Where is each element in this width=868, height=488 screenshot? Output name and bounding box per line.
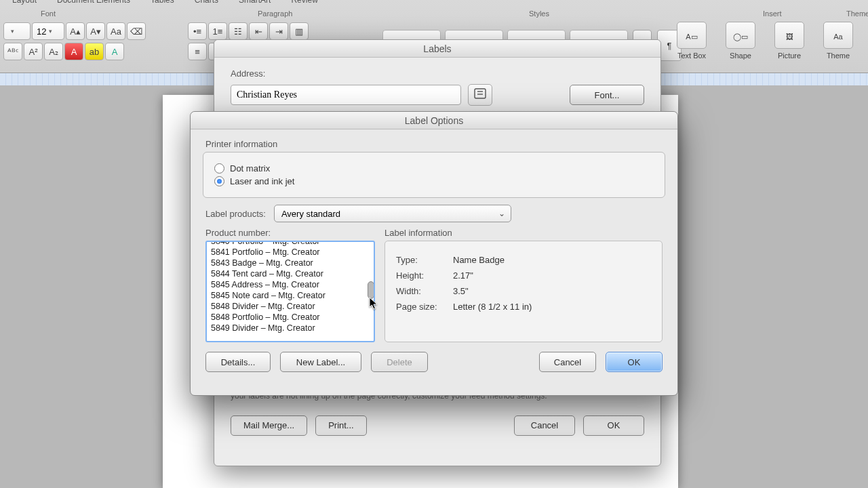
tab-review[interactable]: Review	[281, 0, 327, 7]
printer-info-label: Printer information	[191, 129, 677, 149]
address-label: Address:	[231, 68, 644, 79]
details-button[interactable]: Details...	[205, 352, 271, 372]
labels-dialog-title: Labels	[214, 40, 660, 58]
picture-icon: 🖼	[786, 33, 793, 41]
list-item[interactable]: 5845 Address – Mtg. Creator	[207, 279, 374, 290]
label-products-value: Avery standard	[281, 209, 340, 219]
group-font-label: Font	[41, 9, 56, 18]
tab-tables[interactable]: Tables	[141, 0, 184, 7]
numbering-icon: 1≡	[213, 26, 223, 37]
radio-icon	[214, 163, 224, 174]
decrease-indent-button[interactable]: ⇤	[249, 22, 268, 40]
laser-label: Laser and ink jet	[230, 176, 294, 186]
multilevel-icon: ☷	[234, 26, 242, 37]
address-book-icon	[473, 87, 487, 102]
labels-cancel-button[interactable]: Cancel	[514, 415, 575, 436]
bullets-button[interactable]: •≡	[188, 22, 207, 40]
textbox-icon: A▭	[686, 33, 697, 41]
outdent-icon: ⇤	[255, 26, 262, 37]
superscript-button[interactable]: A²	[24, 43, 43, 60]
numbering-button[interactable]: 1≡	[208, 22, 227, 40]
list-item[interactable]: 5848 Divider – Mtg. Creator	[207, 301, 374, 312]
options-ok-button[interactable]: OK	[606, 352, 663, 372]
page-key: Page size:	[396, 302, 453, 312]
font-size-combo[interactable]: 12▾	[32, 22, 64, 40]
product-number-list[interactable]: 5840 Portfolio – Mtg. Creator 5841 Portf…	[205, 241, 375, 342]
group-insert-label: Insert	[763, 9, 782, 18]
address-input[interactable]	[231, 85, 461, 105]
list-item[interactable]: 5841 Portfolio – Mtg. Creator	[207, 247, 374, 258]
tab-layout[interactable]: Layout	[3, 0, 46, 7]
label-options-dialog: Label Options Printer information Dot ma…	[190, 111, 678, 396]
change-case-button[interactable]: Aa	[106, 22, 125, 40]
insert-textbox-label: Text Box	[677, 52, 706, 60]
clear-format-button[interactable]: ⌫	[127, 22, 146, 40]
label-info-box: Type:Name Badge Height:2.17" Width:3.5" …	[384, 241, 663, 342]
label-info-label: Label information	[384, 228, 663, 238]
themes-button[interactable]: Aa Theme	[818, 22, 859, 60]
labels-ok-button[interactable]: OK	[583, 415, 644, 436]
insert-shape-label: Shape	[730, 52, 751, 60]
insert-textbox[interactable]: A▭ Text Box	[671, 22, 712, 60]
radio-laser[interactable]: Laser and ink jet	[214, 176, 654, 186]
list-item[interactable]: 5840 Portfolio – Mtg. Creator	[207, 241, 374, 247]
type-value: Name Badge	[453, 255, 505, 265]
product-number-label: Product number:	[205, 228, 375, 238]
mouse-cursor	[369, 297, 378, 310]
height-value: 2.17"	[453, 270, 473, 281]
themes-icon: Aa	[833, 33, 842, 41]
address-book-button[interactable]	[468, 84, 492, 106]
print-button[interactable]: Print...	[315, 415, 367, 436]
font-name-combo[interactable]: ▾	[3, 22, 31, 40]
grow-font-button[interactable]: A▴	[66, 22, 85, 40]
tab-smartart[interactable]: SmartArt	[229, 0, 280, 7]
tab-doc-elements[interactable]: Document Elements	[47, 0, 140, 7]
text-effects-button[interactable]: A	[105, 43, 124, 60]
columns-button[interactable]: ▥	[290, 22, 309, 40]
group-styles-label: Styles	[529, 9, 549, 18]
list-item[interactable]: 5844 Tent card – Mtg. Creator	[207, 268, 374, 279]
new-label-button[interactable]: New Label...	[280, 352, 361, 372]
label-options-title: Label Options	[191, 112, 677, 129]
insert-picture-label: Picture	[778, 52, 801, 60]
columns-icon: ▥	[295, 26, 303, 37]
indent-icon: ⇥	[275, 26, 283, 37]
radio-dot-matrix[interactable]: Dot matrix	[214, 163, 654, 174]
width-key: Width:	[396, 286, 453, 296]
dot-matrix-label: Dot matrix	[230, 163, 270, 174]
label-products-select[interactable]: Avery standard	[274, 205, 511, 222]
insert-shape[interactable]: ◯▭ Shape	[720, 22, 761, 60]
align-left-button[interactable]: ≡	[188, 43, 207, 60]
subscript-button[interactable]: A₂	[44, 43, 63, 60]
height-key: Height:	[396, 270, 453, 281]
small-caps-button[interactable]: ᴬᴮᶜ	[3, 43, 22, 60]
increase-indent-button[interactable]: ⇥	[269, 22, 288, 40]
delete-button: Delete	[371, 352, 428, 372]
font-button[interactable]: Font...	[570, 85, 644, 105]
shrink-font-button[interactable]: A▾	[86, 22, 105, 40]
tab-charts[interactable]: Charts	[185, 0, 228, 7]
group-paragraph-label: Paragraph	[258, 9, 292, 18]
highlight-button[interactable]: ab	[85, 43, 104, 60]
group-themes-label: Theme	[846, 9, 868, 18]
width-value: 3.5"	[453, 286, 469, 296]
list-item[interactable]: 5845 Note card – Mtg. Creator	[207, 290, 374, 301]
align-left-icon: ≡	[195, 47, 200, 57]
mail-merge-button[interactable]: Mail Merge...	[231, 415, 307, 436]
type-key: Type:	[396, 255, 453, 265]
page-value: Letter (8 1/2 x 11 in)	[453, 302, 532, 312]
bullets-icon: •≡	[193, 26, 201, 37]
list-item[interactable]: 5848 Portfolio – Mtg. Creator	[207, 312, 374, 323]
themes-label: Theme	[827, 52, 850, 60]
list-item[interactable]: 5843 Badge – Mtg. Creator	[207, 258, 374, 268]
options-cancel-button[interactable]: Cancel	[539, 352, 596, 372]
list-item[interactable]: 5849 Divider – Mtg. Creator	[207, 323, 374, 333]
radio-checked-icon	[214, 176, 224, 186]
multilevel-button[interactable]: ☷	[229, 22, 248, 40]
insert-picture[interactable]: 🖼 Picture	[769, 22, 810, 60]
label-products-label: Label products:	[205, 209, 266, 219]
font-color-button[interactable]: A	[64, 43, 83, 60]
svg-rect-0	[475, 89, 486, 98]
eraser-icon: ⌫	[130, 26, 142, 37]
shape-icon: ◯▭	[733, 33, 748, 41]
